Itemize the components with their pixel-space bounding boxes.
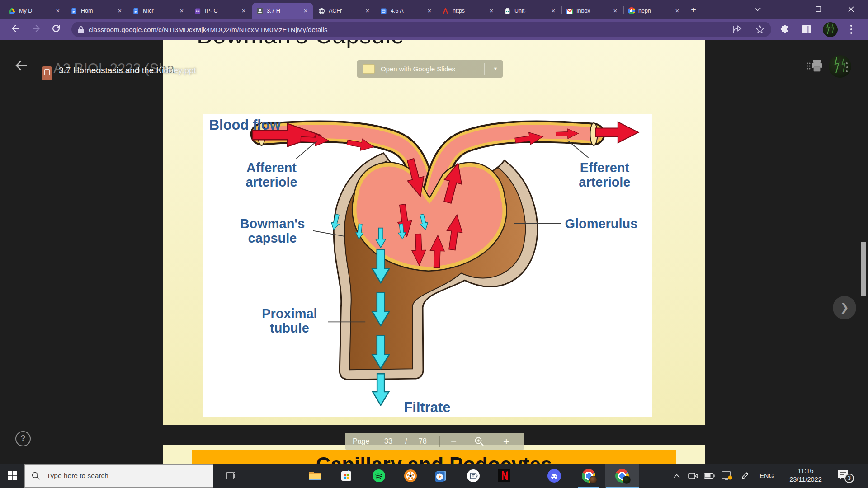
file-explorer-button[interactable]	[304, 464, 326, 488]
docs-icon	[70, 7, 78, 15]
scrollbar-thumb[interactable]	[861, 242, 866, 296]
close-icon[interactable]: ×	[364, 7, 371, 14]
page-divider: /	[405, 433, 407, 450]
chevron-down-icon[interactable]: ▼	[489, 60, 502, 78]
tab-acfr[interactable]: ACFr ×	[314, 3, 375, 19]
file-name: 3.7 Homeostasis and the Kidney.ppt	[59, 66, 196, 75]
back-icon[interactable]	[10, 23, 22, 35]
meet-now-camera-icon[interactable]	[685, 464, 701, 488]
notification-badge: 3	[844, 474, 854, 483]
notes-app-button[interactable]	[462, 464, 484, 488]
spotify-button[interactable]	[368, 464, 390, 488]
search-input[interactable]	[46, 471, 201, 480]
extensions-puzzle-icon[interactable]	[779, 24, 791, 36]
forward-icon[interactable]	[31, 23, 42, 35]
zoom-out-icon[interactable]: −	[451, 433, 457, 450]
tab-search-chevron-icon[interactable]	[746, 0, 769, 18]
close-icon[interactable]: ×	[240, 7, 247, 14]
notification-center-button[interactable]: 3	[836, 464, 860, 488]
tab-label: ACFr	[329, 8, 364, 14]
next-slide-title-banner: Capillary and Podocytes	[192, 450, 676, 464]
label-bowmans-2: capsule	[248, 231, 297, 245]
tab-neph[interactable]: neph ×	[624, 3, 684, 19]
tab-my-drive[interactable]: My D ×	[5, 3, 65, 19]
share-icon[interactable]	[732, 24, 743, 34]
zoom-magnifier-icon[interactable]	[474, 436, 485, 453]
label-afferent-1: Afferent	[246, 160, 297, 175]
open-with-google-slides-button[interactable]: Open with Google Slides ▼	[357, 60, 503, 78]
forms-icon	[194, 7, 202, 15]
slide-title: Bowman's Capsule	[197, 40, 404, 49]
screen: My D × Hom × Micr × IP- C × 3.7 H × ACFr	[0, 0, 868, 488]
label-afferent-2: arteriole	[245, 175, 297, 189]
globe-icon	[318, 7, 326, 15]
gmail-icon	[566, 7, 573, 15]
netflix-button[interactable]	[493, 464, 515, 488]
task-view-button[interactable]	[220, 464, 241, 488]
label-efferent-1: Efferent	[580, 160, 630, 175]
bookmark-star-icon[interactable]	[755, 24, 765, 34]
maximize-button[interactable]	[807, 0, 830, 18]
tab-label: Hom	[81, 8, 116, 14]
tab-gmail[interactable]: Inbox ×	[562, 3, 623, 19]
tab-label: 3.7 H	[267, 8, 302, 14]
lock-icon	[78, 26, 84, 33]
help-icon[interactable]: ?	[15, 431, 31, 446]
chrome-profile2-button-active[interactable]	[605, 464, 639, 488]
microsoft-store-button[interactable]	[335, 464, 357, 488]
tab-docs-1[interactable]: Hom ×	[66, 3, 127, 19]
minimize-button[interactable]	[776, 0, 799, 18]
tab-label: Inbox	[576, 8, 612, 14]
taskbar-search[interactable]	[24, 464, 213, 488]
close-icon[interactable]: ×	[426, 7, 433, 14]
media-player-button[interactable]	[430, 464, 452, 488]
menu-kebab-icon[interactable]	[850, 24, 862, 36]
close-icon[interactable]: ×	[612, 7, 619, 14]
zoom-in-icon[interactable]: +	[503, 433, 509, 450]
ppt-file-icon	[42, 66, 52, 80]
date: 23/11/2022	[780, 475, 831, 484]
close-icon[interactable]: ×	[116, 7, 123, 14]
label-glomerulus: Glomerulus	[565, 216, 638, 231]
label-blood-flow: Blood flow	[209, 117, 281, 133]
print-icon[interactable]	[806, 59, 824, 77]
media-reel-button[interactable]	[400, 464, 421, 488]
tab-docs-2[interactable]: Micr ×	[128, 3, 189, 19]
close-icon[interactable]: ×	[54, 7, 61, 14]
close-window-button[interactable]	[839, 0, 863, 18]
reload-icon[interactable]	[51, 23, 62, 35]
url-bar[interactable]: classroom.google.com/c/NTI3MDcxMjk4MDQ2/…	[71, 22, 771, 37]
tab-unit[interactable]: Unit- ×	[500, 3, 561, 19]
tab-active-homeostasis[interactable]: 3.7 H ×	[252, 3, 313, 19]
next-page-chevron[interactable]: ❯	[833, 296, 856, 319]
account-avatar[interactable]	[829, 55, 851, 78]
tab-https[interactable]: https ×	[438, 3, 499, 19]
search-icon	[31, 471, 40, 480]
browser-profile-avatar[interactable]	[823, 22, 838, 37]
open-with-label: Open with Google Slides	[381, 60, 455, 78]
tab-46a[interactable]: 4.6 A ×	[376, 3, 437, 19]
tab-label: https	[453, 8, 488, 14]
profile-badge	[589, 476, 597, 484]
new-tab-button[interactable]: +	[687, 4, 700, 17]
pen-icon[interactable]	[738, 464, 752, 488]
close-icon[interactable]: ×	[488, 7, 495, 14]
next-slide-title: Capillary and Podocytes	[192, 453, 676, 464]
page-current[interactable]: 33	[384, 433, 392, 450]
close-icon[interactable]: ×	[674, 7, 681, 14]
language-indicator[interactable]: ENG	[754, 464, 779, 488]
viewer-back-icon[interactable]	[14, 58, 29, 75]
side-panel-icon[interactable]	[801, 25, 813, 37]
start-button[interactable]	[0, 464, 24, 488]
taskbar-clock[interactable]: 11:16 23/11/2022	[780, 464, 831, 488]
docs-icon	[132, 7, 140, 15]
close-icon[interactable]: ×	[302, 7, 309, 14]
close-icon[interactable]: ×	[178, 7, 185, 14]
tray-chevron-up-icon[interactable]	[670, 464, 684, 488]
discord-button[interactable]	[543, 464, 565, 488]
tab-forms[interactable]: IP- C ×	[190, 3, 251, 19]
battery-icon[interactable]	[702, 464, 717, 488]
close-icon[interactable]: ×	[550, 7, 557, 14]
cast-display-icon[interactable]	[719, 464, 735, 488]
chrome-profile1-button[interactable]	[578, 464, 599, 488]
